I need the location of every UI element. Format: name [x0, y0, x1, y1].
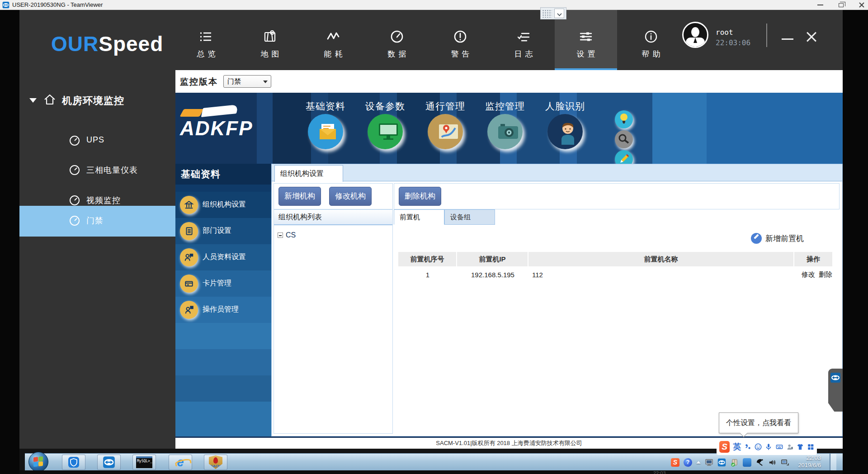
clock-time: 22:03: [798, 455, 821, 462]
submenu-item-personnel[interactable]: 人员资料设置: [175, 244, 271, 270]
submenu-item-label: 部门设置: [203, 226, 231, 236]
app-minimize-button[interactable]: [782, 35, 793, 42]
tray-computer-icon[interactable]: [705, 458, 713, 467]
tab-org-settings[interactable]: 组织机构设置: [274, 165, 343, 182]
alert-icon: [453, 29, 468, 44]
toolbar-expand-chevron-icon[interactable]: [554, 9, 564, 18]
nav-label: 日志: [498, 49, 549, 59]
col-name: 前置机名称: [528, 252, 794, 266]
gauge-bullet-icon: [68, 194, 81, 207]
skin-shirt-icon[interactable]: [797, 443, 804, 451]
energy-wave-icon: [326, 29, 341, 44]
submenu-stripe: [175, 375, 271, 402]
module-monitor-mgmt[interactable]: 监控管理: [475, 93, 535, 164]
row-delete-link[interactable]: 删除: [819, 270, 832, 279]
shield-app-icon: [67, 456, 80, 469]
host-close-button[interactable]: [859, 2, 864, 8]
user-tools-icon[interactable]: [786, 443, 793, 451]
submenu-item-label: 操作员管理: [203, 305, 239, 314]
module-access-mgmt[interactable]: 通行管理: [415, 93, 475, 164]
submenu-item-card-mgmt[interactable]: 卡片管理: [175, 270, 271, 297]
module-device-params[interactable]: 设备参数: [355, 93, 415, 164]
tab-front-machine[interactable]: 前置机: [394, 209, 444, 225]
internet-explorer-icon: e: [177, 455, 184, 469]
version-dropdown-value: 门禁: [227, 77, 241, 85]
nav-tab-map[interactable]: 地图: [245, 10, 295, 70]
user-name: root: [716, 28, 733, 37]
tray-volume-icon[interactable]: [768, 458, 777, 467]
sidebar-item-access-control[interactable]: 门禁: [19, 211, 175, 231]
sidebar-item-label: 门禁: [86, 215, 104, 226]
nav-tab-alerts[interactable]: 警告: [435, 10, 486, 70]
module-basic-data[interactable]: 基础资料: [296, 93, 355, 164]
taskbar: MySQL>_ e SACM S ?: [25, 453, 843, 470]
sogou-tooltip[interactable]: 个性设置，点我看看: [719, 412, 798, 433]
tray-network-icon[interactable]: [781, 458, 789, 467]
host-minimize-button[interactable]: [817, 5, 823, 5]
submenu-item-operator-mgmt[interactable]: 操作员管理: [175, 297, 271, 323]
gauge-icon: [389, 29, 405, 44]
submenu-item-org-settings[interactable]: 组织机构设置: [175, 192, 271, 218]
teamviewer-mini-toolbar[interactable]: [540, 7, 566, 19]
tree-collapse-icon[interactable]: [278, 232, 283, 238]
app-close-button[interactable]: [806, 32, 817, 43]
tray-teamviewer-icon[interactable]: [717, 458, 726, 467]
taskbar-button-sacm[interactable]: SACM: [204, 455, 227, 470]
toolbar-right: 删除机构: [394, 183, 840, 209]
host-restore-button[interactable]: [839, 3, 844, 7]
tray-app-icon[interactable]: [743, 458, 751, 467]
nav-tab-help[interactable]: 帮助: [626, 10, 676, 70]
tray-satellite-icon[interactable]: [755, 458, 764, 467]
nav-tab-energy[interactable]: 能耗: [308, 10, 359, 70]
tray-help-icon[interactable]: ?: [684, 458, 692, 467]
nav-tab-overview[interactable]: 总览: [181, 10, 231, 70]
show-desktop-button[interactable]: [830, 454, 836, 471]
magnifier-icon[interactable]: [615, 130, 633, 148]
emoji-icon[interactable]: [755, 443, 762, 451]
sogou-logo[interactable]: S: [719, 441, 730, 453]
taskbar-button-internet-explorer[interactable]: e: [169, 455, 192, 470]
start-button[interactable]: [28, 452, 48, 472]
sidebar-item-video[interactable]: 视频监控: [19, 191, 175, 211]
bottom-edge-strip: 22:03: [19, 470, 843, 474]
submenu-item-department[interactable]: 部门设置: [175, 218, 271, 244]
tray-sogou-icon[interactable]: S: [671, 458, 679, 467]
nav-tab-data[interactable]: 数据: [372, 10, 422, 70]
monitor-icon: [368, 114, 403, 149]
taskbar-clock[interactable]: 22:03 2019/6/6: [798, 455, 821, 469]
bulb-icon[interactable]: [615, 110, 633, 128]
add-front-machine-link[interactable]: 新增前置机: [751, 233, 804, 244]
nav-tab-settings[interactable]: 设置: [561, 10, 611, 70]
taskbar-button-teamviewer[interactable]: [97, 455, 121, 470]
taskbar-button-mysql[interactable]: MySQL>_: [132, 455, 156, 470]
toolbox-grid-icon[interactable]: [807, 443, 814, 451]
submenu-stripe: [175, 402, 271, 436]
submenu-header: 基础资料: [175, 164, 271, 185]
tray-package-update-icon[interactable]: [730, 458, 739, 467]
ime-language-toggle[interactable]: 英: [733, 441, 741, 452]
row-edit-link[interactable]: 修改: [802, 270, 815, 279]
device-panel: 前置机 设备组 新增前置机 前置机序号 前置机IP 前置机名称 操作 1: [394, 209, 840, 434]
delete-org-button[interactable]: 删除机构: [399, 187, 441, 206]
user-avatar[interactable]: [682, 22, 708, 48]
sidebar-item-ups[interactable]: UPS: [19, 131, 175, 151]
tray-overflow-arrow-icon[interactable]: [696, 461, 701, 464]
tree-node-cs[interactable]: CS: [278, 231, 296, 240]
version-dropdown[interactable]: 门禁: [223, 75, 271, 88]
taskbar-button-monitoring[interactable]: [62, 455, 85, 470]
tab-device-group[interactable]: 设备组: [444, 209, 495, 225]
sidebar-root-node[interactable]: 机房环境监控: [19, 92, 175, 110]
module-face-recognition[interactable]: 人脸识别: [535, 93, 595, 164]
window-title: USER-20190530NG - TeamViewer: [12, 1, 103, 8]
teamviewer-panel-tab[interactable]: [828, 369, 843, 412]
punctuation-icon[interactable]: [744, 443, 751, 451]
microphone-icon[interactable]: [765, 443, 772, 451]
module-label: 监控管理: [475, 100, 535, 113]
sidebar-item-power-meter[interactable]: 三相电量仪表: [19, 161, 175, 180]
keyboard-icon[interactable]: [776, 443, 783, 451]
edit-org-button[interactable]: 修改机构: [329, 187, 372, 206]
gauge-bullet-icon: [68, 164, 81, 176]
add-org-button[interactable]: 新增机构: [278, 187, 321, 206]
sidebar: 机房环境监控 UPS 三相电量仪表 视频监控 门禁: [19, 70, 175, 449]
drag-grid-icon: [542, 9, 552, 18]
